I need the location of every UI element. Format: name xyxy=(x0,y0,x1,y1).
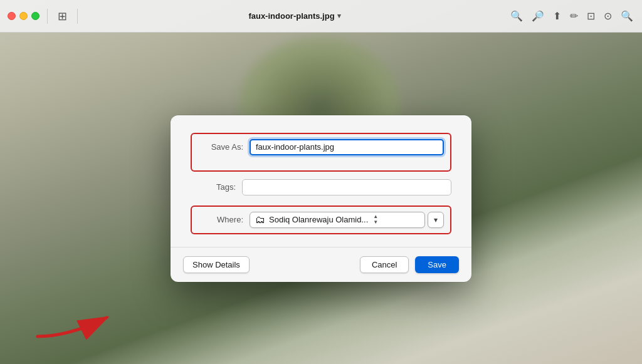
folder-icon: 🗂 xyxy=(255,214,265,226)
dialog-overlay: Save As: Tags: Where: 🗂 Sodiq Olanrewaju… xyxy=(0,0,642,364)
dialog-body: Save As: Tags: Where: 🗂 Sodiq Olanrewaju… xyxy=(171,115,471,234)
where-folder-name: Sodiq Olanrewaju Olamid... xyxy=(269,215,368,224)
cancel-button[interactable]: Cancel xyxy=(360,256,409,273)
where-section: Where: 🗂 Sodiq Olanrewaju Olamid... ▲ ▼ … xyxy=(191,205,451,234)
save-as-input[interactable] xyxy=(250,139,444,155)
save-button[interactable]: Save xyxy=(415,256,459,273)
where-row: Where: 🗂 Sodiq Olanrewaju Olamid... ▲ ▼ … xyxy=(198,212,444,228)
show-details-button[interactable]: Show Details xyxy=(183,256,250,273)
save-as-label: Save As: xyxy=(198,142,243,152)
save-as-section: Save As: xyxy=(191,133,451,172)
where-control: 🗂 Sodiq Olanrewaju Olamid... ▲ ▼ ▾ xyxy=(250,212,444,228)
tags-row: Tags: xyxy=(191,179,451,195)
where-label: Where: xyxy=(198,215,243,224)
where-expand-button[interactable]: ▾ xyxy=(428,212,444,228)
where-dropdown[interactable]: 🗂 Sodiq Olanrewaju Olamid... ▲ ▼ xyxy=(250,212,425,228)
tags-label: Tags: xyxy=(191,182,236,192)
save-as-row: Save As: xyxy=(198,139,444,155)
tags-input[interactable] xyxy=(242,179,451,195)
save-dialog: Save As: Tags: Where: 🗂 Sodiq Olanrewaju… xyxy=(171,115,471,282)
dialog-footer: Show Details Cancel Save xyxy=(171,247,471,282)
expand-chevron-icon: ▾ xyxy=(434,216,438,224)
where-spinner: ▲ ▼ xyxy=(373,214,378,225)
